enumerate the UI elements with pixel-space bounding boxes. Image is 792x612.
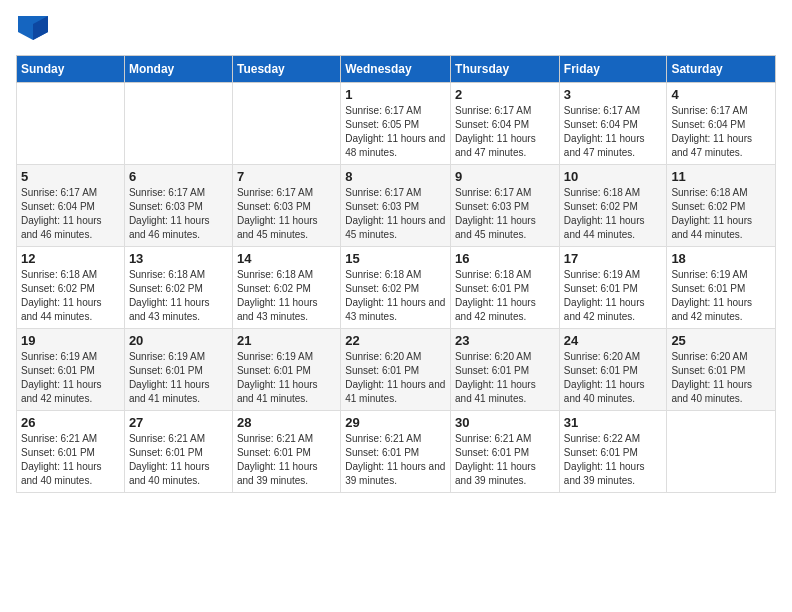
day-cell: 2Sunrise: 6:17 AMSunset: 6:04 PMDaylight… [451,83,560,165]
day-cell: 27Sunrise: 6:21 AMSunset: 6:01 PMDayligh… [124,411,232,493]
day-cell: 7Sunrise: 6:17 AMSunset: 6:03 PMDaylight… [232,165,340,247]
day-cell: 22Sunrise: 6:20 AMSunset: 6:01 PMDayligh… [341,329,451,411]
header-monday: Monday [124,56,232,83]
day-detail: Sunrise: 6:17 AMSunset: 6:04 PMDaylight:… [21,186,120,242]
day-number: 8 [345,169,446,184]
day-cell: 28Sunrise: 6:21 AMSunset: 6:01 PMDayligh… [232,411,340,493]
day-detail: Sunrise: 6:21 AMSunset: 6:01 PMDaylight:… [129,432,228,488]
logo [16,16,48,45]
day-number: 31 [564,415,663,430]
day-detail: Sunrise: 6:18 AMSunset: 6:02 PMDaylight:… [237,268,336,324]
day-number: 3 [564,87,663,102]
day-number: 14 [237,251,336,266]
day-detail: Sunrise: 6:22 AMSunset: 6:01 PMDaylight:… [564,432,663,488]
day-number: 17 [564,251,663,266]
header-sunday: Sunday [17,56,125,83]
day-number: 26 [21,415,120,430]
calendar-table: SundayMondayTuesdayWednesdayThursdayFrid… [16,55,776,493]
day-detail: Sunrise: 6:21 AMSunset: 6:01 PMDaylight:… [455,432,555,488]
week-row-2: 5Sunrise: 6:17 AMSunset: 6:04 PMDaylight… [17,165,776,247]
day-detail: Sunrise: 6:19 AMSunset: 6:01 PMDaylight:… [564,268,663,324]
day-cell [17,83,125,165]
day-detail: Sunrise: 6:21 AMSunset: 6:01 PMDaylight:… [21,432,120,488]
day-cell [124,83,232,165]
day-number: 23 [455,333,555,348]
day-detail: Sunrise: 6:18 AMSunset: 6:02 PMDaylight:… [21,268,120,324]
day-cell: 26Sunrise: 6:21 AMSunset: 6:01 PMDayligh… [17,411,125,493]
header-saturday: Saturday [667,56,776,83]
day-detail: Sunrise: 6:18 AMSunset: 6:02 PMDaylight:… [345,268,446,324]
day-cell [232,83,340,165]
day-detail: Sunrise: 6:20 AMSunset: 6:01 PMDaylight:… [671,350,771,406]
day-cell: 24Sunrise: 6:20 AMSunset: 6:01 PMDayligh… [559,329,667,411]
day-detail: Sunrise: 6:17 AMSunset: 6:03 PMDaylight:… [129,186,228,242]
day-detail: Sunrise: 6:17 AMSunset: 6:04 PMDaylight:… [455,104,555,160]
day-detail: Sunrise: 6:17 AMSunset: 6:03 PMDaylight:… [237,186,336,242]
day-number: 28 [237,415,336,430]
header-wednesday: Wednesday [341,56,451,83]
day-number: 25 [671,333,771,348]
day-number: 22 [345,333,446,348]
day-cell: 12Sunrise: 6:18 AMSunset: 6:02 PMDayligh… [17,247,125,329]
day-cell: 14Sunrise: 6:18 AMSunset: 6:02 PMDayligh… [232,247,340,329]
day-number: 21 [237,333,336,348]
week-row-5: 26Sunrise: 6:21 AMSunset: 6:01 PMDayligh… [17,411,776,493]
day-number: 24 [564,333,663,348]
day-number: 5 [21,169,120,184]
day-cell: 29Sunrise: 6:21 AMSunset: 6:01 PMDayligh… [341,411,451,493]
week-row-3: 12Sunrise: 6:18 AMSunset: 6:02 PMDayligh… [17,247,776,329]
day-detail: Sunrise: 6:17 AMSunset: 6:04 PMDaylight:… [671,104,771,160]
day-cell: 31Sunrise: 6:22 AMSunset: 6:01 PMDayligh… [559,411,667,493]
day-cell: 11Sunrise: 6:18 AMSunset: 6:02 PMDayligh… [667,165,776,247]
day-cell: 20Sunrise: 6:19 AMSunset: 6:01 PMDayligh… [124,329,232,411]
day-detail: Sunrise: 6:21 AMSunset: 6:01 PMDaylight:… [345,432,446,488]
day-cell: 16Sunrise: 6:18 AMSunset: 6:01 PMDayligh… [451,247,560,329]
day-detail: Sunrise: 6:18 AMSunset: 6:01 PMDaylight:… [455,268,555,324]
day-number: 10 [564,169,663,184]
day-detail: Sunrise: 6:17 AMSunset: 6:05 PMDaylight:… [345,104,446,160]
day-number: 13 [129,251,228,266]
day-cell: 4Sunrise: 6:17 AMSunset: 6:04 PMDaylight… [667,83,776,165]
day-detail: Sunrise: 6:18 AMSunset: 6:02 PMDaylight:… [129,268,228,324]
day-cell: 23Sunrise: 6:20 AMSunset: 6:01 PMDayligh… [451,329,560,411]
day-cell: 13Sunrise: 6:18 AMSunset: 6:02 PMDayligh… [124,247,232,329]
day-number: 6 [129,169,228,184]
day-detail: Sunrise: 6:18 AMSunset: 6:02 PMDaylight:… [671,186,771,242]
week-row-4: 19Sunrise: 6:19 AMSunset: 6:01 PMDayligh… [17,329,776,411]
day-cell: 5Sunrise: 6:17 AMSunset: 6:04 PMDaylight… [17,165,125,247]
header-tuesday: Tuesday [232,56,340,83]
day-detail: Sunrise: 6:19 AMSunset: 6:01 PMDaylight:… [129,350,228,406]
day-cell: 17Sunrise: 6:19 AMSunset: 6:01 PMDayligh… [559,247,667,329]
day-number: 19 [21,333,120,348]
day-number: 27 [129,415,228,430]
day-number: 1 [345,87,446,102]
day-cell: 3Sunrise: 6:17 AMSunset: 6:04 PMDaylight… [559,83,667,165]
week-row-1: 1Sunrise: 6:17 AMSunset: 6:05 PMDaylight… [17,83,776,165]
day-detail: Sunrise: 6:19 AMSunset: 6:01 PMDaylight:… [671,268,771,324]
day-cell: 25Sunrise: 6:20 AMSunset: 6:01 PMDayligh… [667,329,776,411]
day-detail: Sunrise: 6:17 AMSunset: 6:03 PMDaylight:… [345,186,446,242]
day-cell: 19Sunrise: 6:19 AMSunset: 6:01 PMDayligh… [17,329,125,411]
day-number: 9 [455,169,555,184]
day-detail: Sunrise: 6:19 AMSunset: 6:01 PMDaylight:… [21,350,120,406]
day-cell: 1Sunrise: 6:17 AMSunset: 6:05 PMDaylight… [341,83,451,165]
day-cell: 15Sunrise: 6:18 AMSunset: 6:02 PMDayligh… [341,247,451,329]
day-detail: Sunrise: 6:20 AMSunset: 6:01 PMDaylight:… [455,350,555,406]
day-number: 29 [345,415,446,430]
day-detail: Sunrise: 6:20 AMSunset: 6:01 PMDaylight:… [564,350,663,406]
day-detail: Sunrise: 6:20 AMSunset: 6:01 PMDaylight:… [345,350,446,406]
day-detail: Sunrise: 6:21 AMSunset: 6:01 PMDaylight:… [237,432,336,488]
day-detail: Sunrise: 6:18 AMSunset: 6:02 PMDaylight:… [564,186,663,242]
day-cell: 10Sunrise: 6:18 AMSunset: 6:02 PMDayligh… [559,165,667,247]
day-cell: 8Sunrise: 6:17 AMSunset: 6:03 PMDaylight… [341,165,451,247]
day-number: 12 [21,251,120,266]
calendar-header-row: SundayMondayTuesdayWednesdayThursdayFrid… [17,56,776,83]
day-detail: Sunrise: 6:17 AMSunset: 6:04 PMDaylight:… [564,104,663,160]
day-cell: 6Sunrise: 6:17 AMSunset: 6:03 PMDaylight… [124,165,232,247]
logo-text [16,16,48,45]
day-number: 15 [345,251,446,266]
header-friday: Friday [559,56,667,83]
day-cell [667,411,776,493]
day-number: 11 [671,169,771,184]
day-number: 2 [455,87,555,102]
